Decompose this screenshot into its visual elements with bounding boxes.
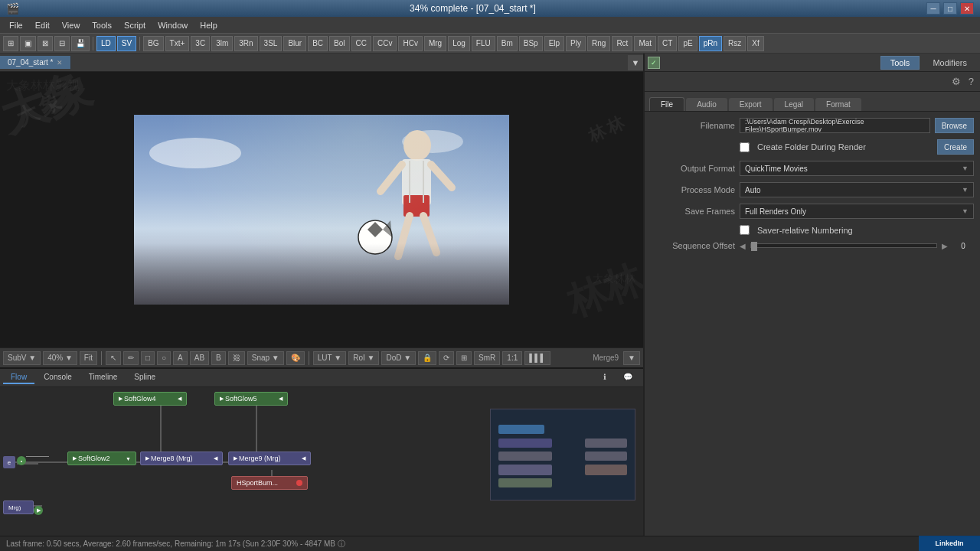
file-tab-legal[interactable]: Legal <box>774 98 814 111</box>
filename-value[interactable]: :\Users\Adam Crespi\Desktop\Exercise Fil… <box>740 118 930 133</box>
toolbar-pe[interactable]: pE <box>678 36 697 51</box>
toolbar-hcv[interactable]: HCv <box>398 36 422 51</box>
tab-flow[interactable]: Flow <box>3 371 34 384</box>
node-softglow2[interactable]: ▶ SoftGlow2 ▼ <box>67 452 136 465</box>
graph-button[interactable]: ⊞ <box>456 351 472 365</box>
tool-ellipse[interactable]: ○ <box>157 351 171 365</box>
node-merge8[interactable]: ▶ Merge8 (Mrg) ◀ <box>140 452 223 465</box>
tab-timeline[interactable]: Timeline <box>81 371 125 384</box>
menu-view[interactable]: View <box>56 19 87 31</box>
tab-info[interactable]: ℹ <box>596 371 614 384</box>
file-tab-export[interactable]: Export <box>729 98 773 111</box>
maximize-button[interactable]: □ <box>943 2 957 15</box>
tool-bold[interactable]: B <box>211 351 226 365</box>
toolbar-rsz[interactable]: Rsz <box>724 36 746 51</box>
panel-tab-modifiers[interactable]: Modifiers <box>923 56 977 70</box>
smr-button[interactable]: SmR <box>474 351 500 365</box>
toolbar-mat[interactable]: Mat <box>634 36 656 51</box>
toolbar-bg[interactable]: BG <box>143 36 163 51</box>
minimize-button[interactable]: ─ <box>926 2 940 15</box>
menu-edit[interactable]: Edit <box>29 19 56 31</box>
browse-button[interactable]: Browse <box>935 118 974 133</box>
toolbar-3rn[interactable]: 3Rn <box>234 36 257 51</box>
toolbar-bol[interactable]: Bol <box>329 36 349 51</box>
toolbar-icon-frame[interactable]: ▣ <box>20 36 36 51</box>
menu-file[interactable]: File <box>3 19 29 31</box>
toolbar-icon-pip[interactable]: ⊟ <box>54 36 70 51</box>
node-e1[interactable]: e <box>3 456 15 468</box>
file-tab-format[interactable]: Format <box>815 98 861 111</box>
lut-button[interactable]: LUT ▼ <box>313 351 346 365</box>
toolbar-sv[interactable]: SV <box>117 36 136 51</box>
toolbar-log[interactable]: Log <box>448 36 470 51</box>
toolbar-ct[interactable]: CT <box>658 36 677 51</box>
tab-spline[interactable]: Spline <box>126 371 163 384</box>
tool-text-a[interactable]: A <box>173 351 188 365</box>
panel-help-icon[interactable]: ? <box>967 74 975 89</box>
menu-window[interactable]: Window <box>152 19 194 31</box>
ratio-button[interactable]: 1:1 <box>502 351 522 365</box>
create-button[interactable]: Create <box>937 139 974 155</box>
dod-button[interactable]: DoD ▼ <box>381 351 416 365</box>
tool-select[interactable]: ↖ <box>106 351 121 365</box>
toolbar-ply[interactable]: Ply <box>566 36 586 51</box>
toolbar-rng[interactable]: Rng <box>587 36 610 51</box>
node-hsportbum[interactable]: HSportBum... <box>231 476 308 490</box>
toolbar-mrg[interactable]: Mrg <box>424 36 446 51</box>
tool-chain[interactable]: ⛓ <box>228 351 245 365</box>
node-mrg-left[interactable]: Mrg) <box>3 500 34 514</box>
toolbar-ld[interactable]: LD <box>96 36 116 51</box>
toolbar-icon-grid[interactable]: ⊞ <box>3 36 18 51</box>
toolbar-cc[interactable]: CC <box>351 36 371 51</box>
menu-help[interactable]: Help <box>194 19 224 31</box>
viewport-tab-item[interactable]: 07_04_start * ✕ <box>0 56 71 69</box>
toolbar-icon-quad[interactable]: ⊠ <box>38 36 53 51</box>
toolbar-bc[interactable]: BC <box>308 36 328 51</box>
node-softglow4[interactable]: ▶ SoftGlow4 ◀ <box>113 392 187 406</box>
toolbar-blur[interactable]: Blur <box>283 36 306 51</box>
sequence-offset-right[interactable]: ▶ <box>942 242 948 250</box>
toolbar-icon-save[interactable]: 💾 <box>71 36 90 51</box>
tab-console[interactable]: Console <box>36 371 80 384</box>
toolbar-bsp[interactable]: BSp <box>519 36 543 51</box>
save-frames-dropdown[interactable]: Full Renders Only ▼ <box>740 204 974 219</box>
toolbar-bm[interactable]: Bm <box>497 36 518 51</box>
toolbar-xf[interactable]: Xf <box>747 36 763 51</box>
node-merge9[interactable]: ▶ Merge9 (Mrg) ◀ <box>228 452 311 465</box>
panel-settings-icon[interactable]: ⚙ <box>950 74 962 89</box>
toolbar-prn[interactable]: pRn <box>699 36 722 51</box>
toolbar-ccv[interactable]: CCv <box>373 36 397 51</box>
toolbar-3c[interactable]: 3C <box>191 36 210 51</box>
tab-chat[interactable]: 💬 <box>616 371 640 384</box>
panel-toggle[interactable]: ▼ <box>623 351 640 365</box>
tool-paint[interactable]: ✏ <box>123 351 139 365</box>
viewport-tab-close[interactable]: ✕ <box>57 59 63 67</box>
output-format-dropdown[interactable]: QuickTime Movies ▼ <box>740 161 974 176</box>
toolbar-txt[interactable]: Txt+ <box>165 36 190 51</box>
tool-rect[interactable]: □ <box>141 351 155 365</box>
zoom-button[interactable]: 40% ▼ <box>43 351 77 365</box>
tool-color[interactable]: 🎨 <box>286 351 305 365</box>
process-mode-dropdown[interactable]: Auto ▼ <box>740 182 974 197</box>
mini-graph[interactable] <box>490 409 635 500</box>
subview-button[interactable]: SubV ▼ <box>3 351 41 365</box>
node-softglow5[interactable]: ▶ SoftGlow5 ◀ <box>214 392 288 406</box>
panel-tab-tools[interactable]: Tools <box>880 56 920 70</box>
toolbar-3sl[interactable]: 3SL <box>260 36 283 51</box>
create-folder-checkbox[interactable] <box>740 142 750 152</box>
toolbar-rct[interactable]: Rct <box>612 36 632 51</box>
close-button[interactable]: ✕ <box>960 2 974 15</box>
viewport-expand-icon[interactable]: ▼ <box>628 55 643 70</box>
toolbar-3lm[interactable]: 3lm <box>211 36 233 51</box>
saver-relative-checkbox[interactable] <box>740 225 750 235</box>
node-canvas[interactable]: e • ▶ SoftGlow4 ◀ ▶ SoftGlow5 ◀ <box>0 387 643 536</box>
fit-button[interactable]: Fit <box>80 351 97 365</box>
menu-script[interactable]: Script <box>118 19 152 31</box>
file-tab-file[interactable]: File <box>649 97 684 111</box>
tool-text-b[interactable]: AB <box>190 351 209 365</box>
toolbar-flu[interactable]: FLU <box>472 36 495 51</box>
sequence-offset-left[interactable]: ◀ <box>740 242 746 250</box>
file-tab-audio[interactable]: Audio <box>686 98 727 111</box>
lock-button[interactable]: 🔒 <box>418 351 436 365</box>
panel-check-icon[interactable]: ✓ <box>648 57 660 69</box>
